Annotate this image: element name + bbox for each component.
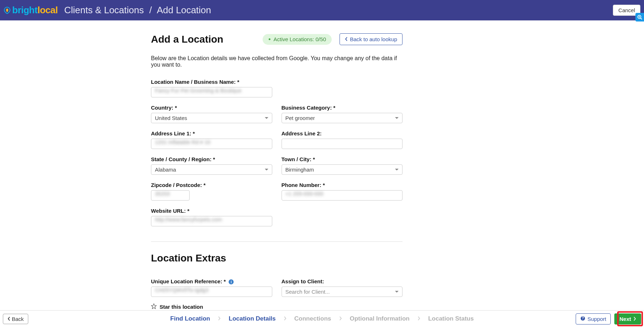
svg-line-1 [641, 18, 642, 20]
address1-label: Address Line 1: * [151, 130, 272, 136]
website-group: Website URL: * http://www.fancyfurpets.c… [151, 208, 272, 226]
ref-input[interactable]: CHI/5YQMVf/To-Igdg3 [151, 287, 272, 297]
footer-right: ? Support Next [576, 313, 641, 324]
state-select[interactable]: Alabama [151, 164, 272, 175]
location-extras-title: Location Extras [151, 253, 402, 264]
chevron-right-icon [633, 316, 636, 322]
step-location-status[interactable]: Location Status [425, 314, 477, 324]
address2-input[interactable] [282, 139, 403, 149]
chevron-left-icon [345, 36, 348, 42]
caret-down-icon [395, 169, 399, 170]
location-form: Location Name / Business Name: * Fancy F… [151, 79, 402, 226]
business-category-group: Business Category: * Pet groomer [282, 105, 403, 123]
next-label: Next [619, 316, 631, 322]
breadcrumb: Clients & Locations / Add Location [64, 5, 211, 16]
phone-label: Phone Number: * [282, 182, 403, 188]
chevron-left-icon [8, 316, 10, 322]
caret-down-icon [395, 117, 399, 119]
title-actions: Active Locations: 0/50 Back to auto look… [263, 33, 402, 45]
website-label: Website URL: * [151, 208, 272, 214]
header-left: brightlocal Clients & Locations / Add Lo… [4, 5, 211, 16]
step-find-location[interactable]: Find Location [167, 314, 213, 324]
back-label: Back [12, 316, 24, 322]
ref-label: Unique Location Reference: * i [151, 278, 272, 284]
active-locations-badge: Active Locations: 0/50 [263, 34, 332, 45]
intro-text: Below are the Location details we have c… [151, 55, 402, 68]
next-button[interactable]: Next [614, 313, 641, 324]
extras-form: Unique Location Reference: * i CHI/5YQMV… [151, 278, 402, 297]
footer-bar: Back Find Location Location Details Conn… [0, 310, 644, 327]
city-value: Birmingham [286, 167, 314, 173]
ref-group: Unique Location Reference: * i CHI/5YQMV… [151, 278, 272, 297]
back-lookup-label: Back to auto lookup [350, 36, 397, 42]
city-select[interactable]: Birmingham [282, 164, 403, 175]
phone-group: Phone Number: * +1 205-000-000 [282, 182, 403, 201]
country-select[interactable]: United States [151, 113, 272, 123]
country-value: United States [155, 115, 187, 121]
ref-label-text: Unique Location Reference: * [151, 278, 226, 284]
location-name-input[interactable]: Fancy Fur Pet Grooming & Boutique [151, 87, 272, 97]
business-category-label: Business Category: * [282, 105, 403, 111]
question-circle-icon: ? [580, 316, 585, 322]
breadcrumb-separator: / [149, 5, 152, 15]
wizard-steps: Find Location Location Details Connectio… [167, 314, 477, 324]
city-group: Town / City: * Birmingham [282, 156, 403, 175]
address1-group: Address Line 1: * 1201 Inflatable Rd # 1… [151, 130, 272, 149]
step-location-details[interactable]: Location Details [226, 314, 278, 324]
address1-input[interactable]: 1201 Inflatable Rd # 10 [151, 139, 272, 149]
zipcode-group: Zipcode / Postcode: * 35203 [151, 182, 272, 201]
step-connections[interactable]: Connections [292, 314, 334, 324]
title-row: Add a Location Active Locations: 0/50 Ba… [151, 33, 402, 45]
state-label: State / County / Region: * [151, 156, 272, 162]
star-location-label: Star this location [160, 304, 203, 310]
top-header-bar: brightlocal Clients & Locations / Add Lo… [0, 0, 644, 20]
logo-text-bright: bright [12, 5, 38, 16]
country-label: Country: * [151, 105, 272, 111]
chevron-right-icon [339, 316, 342, 322]
support-label: Support [587, 316, 606, 322]
assign-client-select[interactable]: Search for Client... [282, 287, 403, 297]
section-divider [151, 241, 402, 242]
breadcrumb-current: Add Location [157, 5, 211, 15]
star-location-row[interactable]: Star this location [151, 303, 402, 310]
business-category-value: Pet groomer [286, 115, 315, 121]
website-input[interactable]: http://www.fancyfurpets.com [151, 216, 272, 226]
phone-input[interactable]: +1 205-000-000 [282, 190, 403, 201]
assign-label: Assign to Client: [282, 278, 403, 284]
star-icon [151, 303, 157, 310]
assign-group: Assign to Client: Search for Client... [282, 278, 403, 297]
country-group: Country: * United States [151, 105, 272, 123]
location-name-label: Location Name / Business Name: * [151, 79, 272, 85]
zipcode-label: Zipcode / Postcode: * [151, 182, 272, 188]
info-icon[interactable]: i [229, 279, 234, 284]
back-button[interactable]: Back [3, 314, 28, 324]
location-name-group: Location Name / Business Name: * Fancy F… [151, 79, 272, 97]
step-optional-information[interactable]: Optional Information [347, 314, 413, 324]
zoom-widget[interactable] [635, 13, 644, 21]
chevron-right-icon [218, 316, 221, 322]
svg-text:?: ? [582, 316, 584, 320]
state-value: Alabama [155, 167, 176, 173]
brightlocal-logo[interactable]: brightlocal [4, 5, 58, 16]
logo-icon [4, 6, 11, 14]
back-to-auto-lookup-button[interactable]: Back to auto lookup [340, 33, 402, 45]
city-label: Town / City: * [282, 156, 403, 162]
assign-placeholder: Search for Client... [286, 289, 330, 295]
page-title: Add a Location [151, 34, 223, 45]
active-locations-text: Active Locations: 0/50 [273, 36, 326, 42]
zipcode-input[interactable]: 35203 [151, 190, 190, 201]
caret-down-icon [265, 169, 268, 170]
logo-text-local: local [38, 5, 58, 16]
breadcrumb-parent[interactable]: Clients & Locations [64, 5, 144, 15]
caret-down-icon [265, 117, 268, 119]
chevron-right-icon [284, 316, 287, 322]
chevron-right-icon [418, 316, 420, 322]
support-button[interactable]: ? Support [576, 313, 611, 324]
address2-label: Address Line 2: [282, 130, 403, 136]
caret-down-icon [395, 291, 399, 293]
state-group: State / County / Region: * Alabama [151, 156, 272, 175]
business-category-select[interactable]: Pet groomer [282, 113, 403, 123]
main-content: Add a Location Active Locations: 0/50 Ba… [151, 20, 402, 310]
address2-group: Address Line 2: [282, 130, 403, 149]
